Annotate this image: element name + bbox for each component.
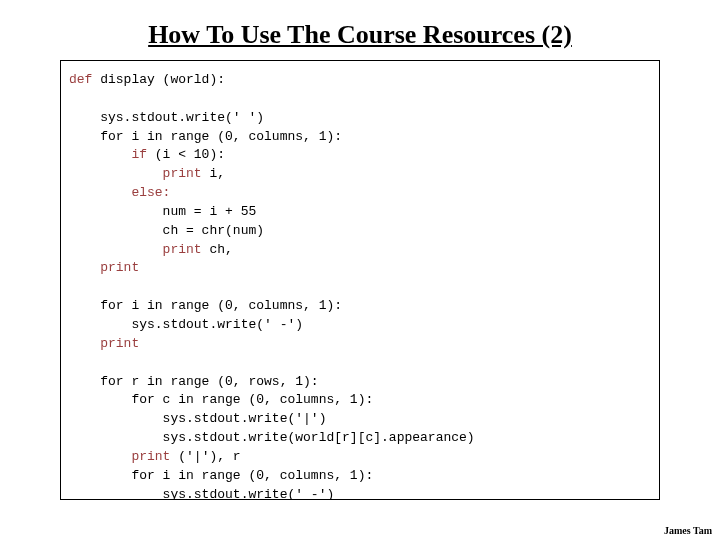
code-listing: def display (world): sys.stdout.write(' … bbox=[69, 71, 651, 500]
code-line: display (world): bbox=[92, 72, 225, 87]
code-line: ch = chr(num) bbox=[69, 223, 264, 238]
code-line: sys.stdout.write('|') bbox=[69, 411, 326, 426]
footer-author: James Tam bbox=[664, 525, 712, 536]
kw-if: if bbox=[69, 147, 147, 162]
code-line: for i in range (0, columns, 1): bbox=[69, 129, 342, 144]
code-line: i, bbox=[202, 166, 225, 181]
code-line: sys.stdout.write(world[r][c].appearance) bbox=[69, 430, 475, 445]
kw-def: def bbox=[69, 72, 92, 87]
code-line: sys.stdout.write(' ') bbox=[69, 110, 264, 125]
kw-print: print bbox=[69, 242, 202, 257]
code-line: for c in range (0, columns, 1): bbox=[69, 392, 373, 407]
code-line: for i in range (0, columns, 1): bbox=[69, 468, 373, 483]
kw-print: print bbox=[69, 336, 139, 351]
code-box: def display (world): sys.stdout.write(' … bbox=[60, 60, 660, 500]
code-line: sys.stdout.write(' -') bbox=[69, 487, 334, 500]
kw-else: else: bbox=[69, 185, 170, 200]
code-line: for r in range (0, rows, 1): bbox=[69, 374, 319, 389]
code-line: ('|'), r bbox=[170, 449, 240, 464]
kw-print: print bbox=[69, 260, 139, 275]
code-line: num = i + 55 bbox=[69, 204, 256, 219]
code-line: for i in range (0, columns, 1): bbox=[69, 298, 342, 313]
code-line: (i < 10): bbox=[147, 147, 225, 162]
slide-title: How To Use The Course Resources (2) bbox=[0, 20, 720, 50]
code-line: sys.stdout.write(' -') bbox=[69, 317, 303, 332]
code-line: ch, bbox=[202, 242, 233, 257]
kw-print: print bbox=[69, 166, 202, 181]
kw-print: print bbox=[69, 449, 170, 464]
